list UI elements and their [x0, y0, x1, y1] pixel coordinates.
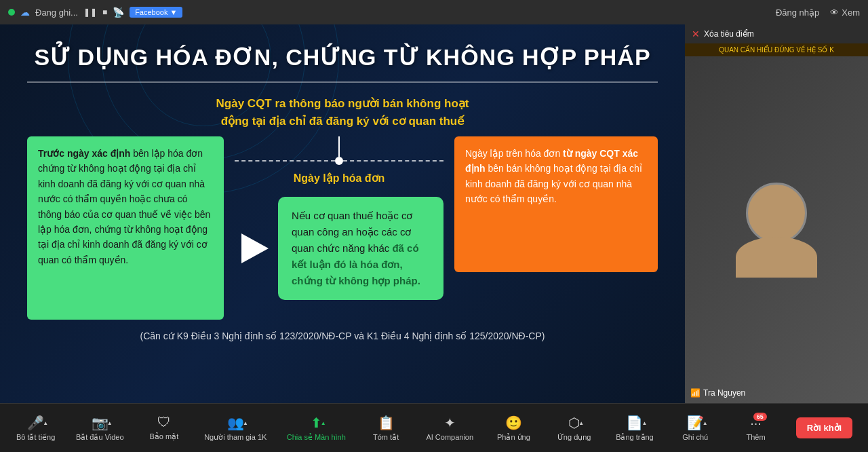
vertical-line-top [338, 136, 340, 157]
toolbar-tom-tat-label: Tóm tắt [373, 433, 399, 442]
close-icon: ✕ [692, 29, 700, 39]
toolbar-ghi-chu[interactable]: 📝 ▲ Ghi chú [675, 415, 715, 441]
right-info-box: Ngày lập trên hóa đơn từ ngày CQT xác đị… [454, 136, 658, 272]
recording-status: Đang ghi... [35, 7, 78, 18]
toolbar-bo-tat-tieng-label: Bô tắt tiếng [16, 433, 55, 442]
toolbar-nguoi-tham-gia[interactable]: 👥 ▲ Người tham gia 1K [204, 415, 267, 442]
stop-icon[interactable]: ■ [102, 7, 107, 17]
toolbar-them[interactable]: ··· 65 Thêm [736, 415, 776, 441]
caret-icon7: ▲ [703, 420, 708, 426]
caret-icon6: ▲ [642, 419, 648, 426]
toolbar-nguoi-tham-gia-label: Người tham gia 1K [204, 433, 267, 442]
xoa-tieu-diem-label: Xóa tiêu điểm [704, 29, 754, 39]
cqt-notice: Ngày CQT ra thông báo người bán không ho… [27, 95, 658, 130]
toolbar-bo-tat-tieng[interactable]: 🎤 ▲ Bô tắt tiếng [16, 415, 56, 442]
toolbar-bao-mat[interactable]: 🛡 Bảo mật [144, 415, 184, 441]
slide-area: SỬ DỤNG HÓA ĐƠN, CHỨNG TỪ KHÔNG HỢP PHÁP… [0, 24, 685, 403]
caret-icon3: ▲ [243, 419, 248, 426]
left-info-box: Trước ngày xác định bên lập hóa đơn chứn… [27, 136, 224, 320]
apps-icon: ⬡ ▲ [568, 415, 580, 431]
dashed-left [235, 160, 335, 162]
toolbar-bang-trang-label: Bảng trắng [616, 433, 654, 442]
recording-indicator [8, 9, 15, 16]
toolbar-ghi-chu-label: Ghi chú [682, 433, 708, 441]
caret-icon2: ▲ [107, 419, 113, 426]
bottom-info-box: Nếu cơ quan thuế hoặc cơ quan công an ho… [278, 197, 443, 300]
bottom-box-highlight: đã có kết luận đó là hóa đơn, chứng từ k… [292, 242, 420, 286]
signal-icon: 📶 [690, 388, 701, 398]
right-sidebar: ✕ Xóa tiêu điểm QUAN CẦN HIỂU ĐÚNG VỀ HỆ… [685, 24, 868, 403]
arrow-right-icon [241, 233, 269, 263]
security-icon: 🛡 [157, 415, 171, 430]
toolbar-ai-label: AI Companion [426, 433, 473, 441]
toolbar-ung-dung-label: Ứng dụng [557, 433, 591, 442]
toolbar-phan-ung[interactable]: 🙂 Phản ứng [493, 415, 534, 442]
participants-icon: 👥 ▲ [227, 415, 244, 431]
left-box-text: bên lập hóa đơn chứng từ không hoạt động… [38, 148, 210, 265]
notification-badge: 65 [753, 413, 767, 421]
ngay-lap-label: Ngày lập hóa đơn [294, 172, 385, 185]
slide-content: SỬ DỤNG HÓA ĐƠN, CHỨNG TỪ KHÔNG HỢP PHÁP… [0, 24, 685, 403]
toolbar-ung-dung[interactable]: ⬡ ▲ Ứng dụng [554, 415, 595, 442]
dashed-line-row [235, 157, 443, 165]
summary-icon: 📋 [378, 415, 395, 431]
more-icon: ··· 65 [750, 415, 762, 431]
notes-icon: 📝 ▲ [687, 415, 704, 431]
toolbar-bang-trang[interactable]: 📄 ▲ Bảng trắng [614, 415, 655, 442]
caret-icon: ▲ [43, 419, 48, 426]
view-button[interactable]: 👁 Xem [830, 7, 860, 18]
toolbar-chia-se-label: Chia sẻ Màn hình [287, 433, 346, 442]
toolbar-bat-dau-video[interactable]: 📷 ▲ Bắt đầu Video [76, 415, 124, 442]
toolbar-chia-se-man-hinh[interactable]: ⬆ ▲ Chia sẻ Màn hình [287, 415, 346, 442]
top-bar: ☁ Đang ghi... ❚❚ ■ 📡 Facebook ▼ Đăng nhậ… [0, 0, 868, 24]
left-box-bold: Trước ngày xác định [38, 148, 130, 159]
slide-divider [27, 81, 658, 83]
toolbar-bao-mat-label: Bảo mật [150, 432, 179, 441]
toolbar-bat-dau-video-label: Bắt đầu Video [76, 433, 124, 442]
presenter-video: 📶 Tra Nguyen [685, 56, 868, 403]
dashed-right [343, 160, 443, 162]
antenna-icon: 📡 [113, 7, 124, 18]
right-box-bold: từ ngày CQT xác định [465, 148, 638, 174]
xoa-tieu-diem-bar[interactable]: ✕ Xóa tiêu điểm [685, 24, 868, 43]
screen-share-icon: ⬆ ▲ [311, 415, 322, 431]
cloud-icon: ☁ [20, 7, 30, 18]
timeline-center: Ngày lập hóa đơn Nếu cơ quan thuế hoặc c… [235, 136, 443, 300]
reaction-icon: 🙂 [505, 415, 522, 431]
exit-button[interactable]: Rời khởi [796, 417, 852, 438]
toolbar-tom-tat[interactable]: 📋 Tóm tắt [366, 415, 406, 442]
caret-icon5: ▲ [578, 419, 584, 426]
caret-icon4: ▲ [321, 419, 326, 426]
facebook-label[interactable]: Facebook ▼ [130, 7, 182, 18]
timeline-dot [335, 157, 343, 165]
toolbar-phan-ung-label: Phản ứng [497, 433, 530, 442]
slide-title: SỬ DỤNG HÓA ĐƠN, CHỨNG TỪ KHÔNG HỢP PHÁP [27, 43, 658, 71]
pause-icon[interactable]: ❚❚ [83, 7, 97, 17]
login-button[interactable]: Đăng nhập [776, 7, 819, 18]
toolbar-ai-companion[interactable]: ✦ AI Companion [426, 415, 473, 441]
view-icon: 👁 [830, 7, 839, 18]
toolbar-them-label: Thêm [746, 433, 765, 441]
warning-banner: QUAN CẦN HIỂU ĐÚNG VỀ HỆ SỐ K [685, 43, 868, 56]
whiteboard-icon: 📄 ▲ [626, 415, 643, 431]
video-area: 📶 Tra Nguyen [685, 56, 868, 403]
camera-off-icon: 📷 ▲ [92, 415, 108, 431]
bottom-toolbar: 🎤 ▲ Bô tắt tiếng 📷 ▲ Bắt đầu Video 🛡 Bảo… [0, 403, 868, 452]
bottom-section: Nếu cơ quan thuế hoặc cơ quan công an ho… [235, 197, 443, 300]
microphone-off-icon: 🎤 ▲ [27, 415, 44, 431]
ai-icon: ✦ [444, 415, 456, 431]
presenter-name: 📶 Tra Nguyen [690, 388, 745, 398]
citation-text: (Căn cứ K9 Điều 3 Nghị định số 123/2020/… [27, 331, 658, 341]
